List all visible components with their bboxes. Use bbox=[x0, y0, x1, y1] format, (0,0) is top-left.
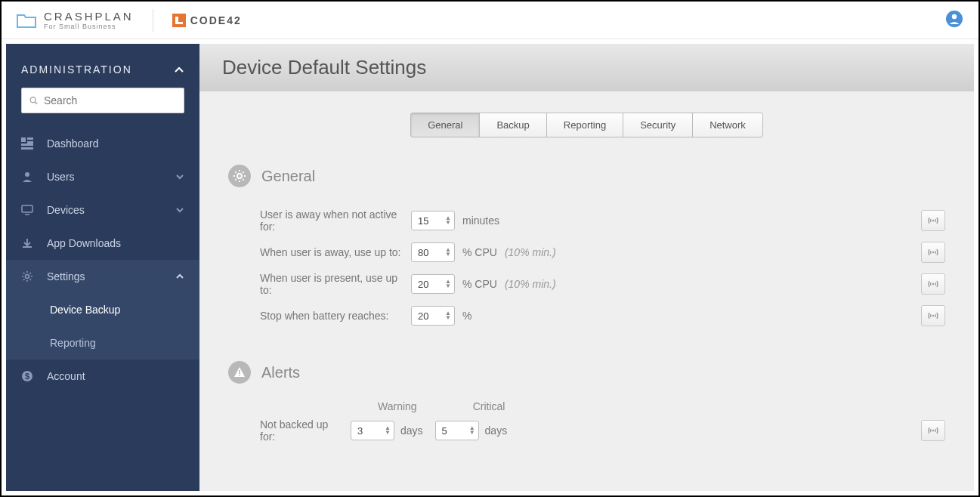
svg-point-17 bbox=[932, 220, 935, 222]
chevron-down-icon bbox=[175, 207, 184, 213]
svg-point-3 bbox=[30, 97, 36, 103]
broadcast-button[interactable] bbox=[921, 273, 945, 295]
battery-suffix: % bbox=[462, 310, 471, 322]
alerts-section: Alerts Warning Critical Not backed up fo… bbox=[199, 361, 974, 443]
tab-backup[interactable]: Backup bbox=[479, 113, 546, 137]
tab-security[interactable]: Security bbox=[623, 113, 693, 137]
chevron-up-icon bbox=[174, 66, 184, 73]
svg-rect-22 bbox=[239, 375, 240, 376]
svg-rect-0 bbox=[172, 14, 186, 27]
cpu-away-hint: (10% min.) bbox=[505, 246, 556, 258]
search-input-wrapper[interactable] bbox=[21, 88, 184, 113]
critical-days-stepper[interactable]: 5 ▲▼ bbox=[435, 421, 479, 440]
svg-rect-7 bbox=[27, 141, 33, 144]
alerts-title: Alerts bbox=[261, 364, 300, 381]
svg-rect-21 bbox=[239, 370, 240, 374]
code42-logo: CODE42 bbox=[172, 14, 242, 27]
main-content: Device Default Settings General Backup R… bbox=[199, 44, 974, 491]
svg-point-23 bbox=[932, 430, 935, 432]
away-suffix: minutes bbox=[462, 215, 499, 227]
sidebar-item-settings[interactable]: Settings bbox=[6, 260, 199, 293]
monitor-icon bbox=[21, 204, 33, 216]
sidebar-item-label: Settings bbox=[47, 270, 85, 282]
sidebar-item-label: Devices bbox=[47, 204, 85, 216]
sidebar-item-users[interactable]: Users bbox=[6, 160, 199, 193]
chevron-up-icon bbox=[175, 273, 184, 279]
app-header: CRASHPLAN For Small Business CODE42 bbox=[2, 2, 978, 39]
broadcast-button[interactable] bbox=[921, 210, 945, 231]
stepper-arrows-icon[interactable]: ▲▼ bbox=[445, 216, 451, 225]
svg-rect-11 bbox=[22, 205, 32, 212]
sidebar-heading[interactable]: ADMINISTRATION bbox=[6, 54, 199, 88]
critical-suffix: days bbox=[485, 424, 508, 437]
broadcast-button[interactable] bbox=[921, 242, 945, 263]
sidebar-item-label: Account bbox=[47, 370, 85, 382]
gear-icon bbox=[21, 270, 33, 282]
cpu-present-label: When user is present, use up to: bbox=[260, 272, 403, 296]
svg-point-13 bbox=[26, 275, 29, 279]
search-icon bbox=[29, 95, 38, 106]
sidebar-item-devices[interactable]: Devices bbox=[6, 193, 199, 227]
subnav-device-backup[interactable]: Device Backup bbox=[6, 293, 199, 326]
chevron-down-icon bbox=[175, 174, 184, 180]
svg-point-10 bbox=[25, 172, 29, 177]
stepper-arrows-icon[interactable]: ▲▼ bbox=[445, 311, 451, 320]
cpu-away-label: When user is away, use up to: bbox=[260, 246, 403, 258]
subnav-reporting[interactable]: Reporting bbox=[6, 326, 199, 360]
stepper-arrows-icon[interactable]: ▲▼ bbox=[445, 248, 451, 257]
user-icon bbox=[21, 171, 33, 183]
svg-point-18 bbox=[932, 252, 935, 254]
svg-point-16 bbox=[237, 174, 242, 178]
sidebar-item-label: Dashboard bbox=[47, 137, 99, 150]
sidebar-item-downloads[interactable]: App Downloads bbox=[6, 227, 199, 260]
row-away-time: User is away when not active for: 15 ▲▼ … bbox=[228, 204, 945, 237]
col-warning: Warning bbox=[378, 400, 417, 412]
row-not-backed-up: Not backed up for: 3 ▲▼ days 5 ▲▼ days bbox=[228, 418, 945, 443]
crashplan-name: CRASHPLAN bbox=[44, 11, 134, 22]
sidebar-item-dashboard[interactable]: Dashboard bbox=[6, 127, 199, 160]
code42-name: CODE42 bbox=[190, 14, 242, 26]
cpu-present-suffix: % CPU bbox=[462, 278, 497, 290]
download-icon bbox=[21, 237, 33, 249]
code42-icon bbox=[172, 14, 186, 27]
general-title: General bbox=[261, 168, 315, 185]
row-cpu-away: When user is away, use up to: 80 ▲▼ % CP… bbox=[228, 237, 945, 267]
battery-stepper[interactable]: 20 ▲▼ bbox=[411, 306, 455, 326]
svg-line-4 bbox=[35, 102, 37, 104]
warning-days-stepper[interactable]: 3 ▲▼ bbox=[351, 421, 394, 440]
crashplan-tagline: For Small Business bbox=[44, 23, 134, 30]
col-critical: Critical bbox=[473, 400, 505, 412]
tab-general[interactable]: General bbox=[410, 113, 480, 137]
sidebar-item-account[interactable]: $ Account bbox=[6, 360, 199, 393]
not-backed-label: Not backed up for: bbox=[260, 418, 345, 443]
tab-bar: General Backup Reporting Security Networ… bbox=[199, 113, 974, 137]
cpu-present-hint: (10% min.) bbox=[505, 278, 556, 290]
general-section: General User is away when not active for… bbox=[199, 165, 974, 331]
alerts-column-headers: Warning Critical bbox=[260, 400, 945, 412]
svg-rect-8 bbox=[21, 144, 33, 146]
stepper-arrows-icon[interactable]: ▲▼ bbox=[385, 426, 391, 435]
svg-text:$: $ bbox=[25, 372, 29, 381]
gear-icon bbox=[228, 165, 251, 187]
user-account-icon[interactable] bbox=[945, 10, 963, 28]
svg-rect-9 bbox=[21, 147, 33, 150]
stepper-arrows-icon[interactable]: ▲▼ bbox=[469, 426, 475, 435]
page-title: Device Default Settings bbox=[199, 44, 974, 91]
away-minutes-stepper[interactable]: 15 ▲▼ bbox=[411, 211, 455, 230]
broadcast-button[interactable] bbox=[921, 420, 945, 441]
sidebar: ADMINISTRATION Dashboard Users Devices A… bbox=[6, 44, 199, 491]
broadcast-button[interactable] bbox=[921, 305, 945, 326]
cpu-present-stepper[interactable]: 20 ▲▼ bbox=[411, 274, 455, 294]
folder-icon bbox=[17, 12, 36, 29]
search-input[interactable] bbox=[44, 94, 176, 106]
away-label: User is away when not active for: bbox=[260, 208, 403, 233]
svg-rect-6 bbox=[27, 137, 33, 140]
cpu-away-stepper[interactable]: 80 ▲▼ bbox=[411, 242, 455, 262]
tab-network[interactable]: Network bbox=[692, 113, 763, 137]
warning-suffix: days bbox=[400, 424, 423, 437]
dollar-icon: $ bbox=[21, 370, 33, 382]
stepper-arrows-icon[interactable]: ▲▼ bbox=[445, 279, 451, 289]
tab-reporting[interactable]: Reporting bbox=[546, 113, 623, 137]
row-battery: Stop when battery reaches: 20 ▲▼ % bbox=[228, 301, 945, 331]
cpu-away-suffix: % CPU bbox=[462, 246, 497, 258]
